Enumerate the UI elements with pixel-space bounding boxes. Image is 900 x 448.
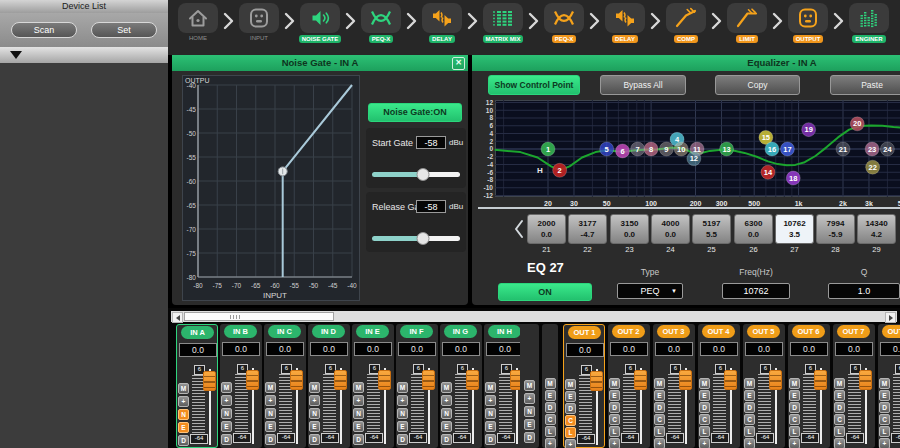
- eq-point-6[interactable]: 6: [616, 144, 630, 158]
- strip-button-e[interactable]: E: [221, 421, 232, 432]
- strip-button-plus[interactable]: +: [221, 395, 232, 406]
- eq-point-5[interactable]: 5: [600, 142, 614, 156]
- eq-band-button-24[interactable]: 40000.0: [651, 214, 690, 244]
- strip-button-n[interactable]: N: [265, 408, 276, 419]
- strip-button-e[interactable]: E: [309, 421, 320, 432]
- link-button-m[interactable]: M: [545, 378, 556, 389]
- fader-handle[interactable]: [466, 370, 479, 390]
- strip-button-d[interactable]: D: [485, 434, 496, 445]
- channel-gain-value[interactable]: 0.0: [700, 342, 738, 356]
- strip-button-m[interactable]: M: [397, 382, 408, 393]
- channel-gain-value[interactable]: 0.0: [442, 342, 480, 356]
- eq-point-14[interactable]: 14: [761, 165, 775, 179]
- scroll-left-arrow[interactable]: [172, 312, 183, 323]
- link-button-d[interactable]: D: [545, 402, 556, 413]
- link-button-e[interactable]: E: [524, 419, 535, 430]
- eq-band-button-23[interactable]: 31500.0: [610, 214, 649, 244]
- strip-button-e[interactable]: E: [441, 421, 452, 432]
- show-control-point-button[interactable]: Show Control Point: [488, 75, 580, 95]
- eq-band-button-22[interactable]: 3177-4.7: [568, 214, 607, 244]
- strip-button-l[interactable]: L: [879, 426, 890, 437]
- channel-strip-out-6[interactable]: OUT 60.0MEDCL+6-64: [788, 324, 830, 448]
- strip-button-c[interactable]: C: [879, 414, 890, 425]
- strip-button-e[interactable]: E: [565, 391, 576, 402]
- strip-button-plus[interactable]: +: [699, 438, 710, 448]
- channel-gain-value[interactable]: 0.0: [566, 343, 604, 357]
- link-button-e[interactable]: E: [545, 390, 556, 401]
- strip-button-e[interactable]: E: [265, 421, 276, 432]
- paste-button[interactable]: Paste: [830, 75, 900, 95]
- strip-button-d[interactable]: D: [221, 434, 232, 445]
- strip-button-m[interactable]: M: [353, 382, 364, 393]
- fader-handle[interactable]: [246, 370, 259, 390]
- strip-button-c[interactable]: C: [609, 414, 620, 425]
- scan-button[interactable]: Scan: [11, 22, 77, 38]
- eq-point-8[interactable]: 8: [644, 142, 658, 156]
- eq-point-10[interactable]: 10: [674, 142, 688, 156]
- fader-handle[interactable]: [859, 370, 872, 390]
- eq-point-13[interactable]: 13: [720, 142, 734, 156]
- eq-point-19[interactable]: 19: [802, 123, 816, 137]
- eq-point-2[interactable]: 2: [553, 163, 567, 177]
- channel-gain-value[interactable]: 0.0: [179, 343, 217, 357]
- link-button-d[interactable]: D: [524, 432, 535, 443]
- strip-button-n[interactable]: N: [441, 408, 452, 419]
- strip-button-e[interactable]: E: [834, 390, 845, 401]
- toolbar-item-home-0[interactable]: HOME: [176, 3, 220, 41]
- fader-handle[interactable]: [378, 370, 391, 390]
- device-list-expander[interactable]: [0, 47, 168, 63]
- channel-strip-out-3[interactable]: OUT 30.0MEDCL+6-64: [653, 324, 695, 448]
- eq-band-button-28[interactable]: 7994-5.9: [816, 214, 855, 244]
- strip-button-n[interactable]: N: [221, 408, 232, 419]
- strip-button-plus[interactable]: +: [879, 438, 890, 448]
- strip-button-e[interactable]: E: [485, 421, 496, 432]
- mixer-horizontal-scrollbar[interactable]: [171, 311, 897, 322]
- strip-button-l[interactable]: L: [789, 426, 800, 437]
- channel-strip-in-f[interactable]: IN F0.0M+NED6-64: [396, 324, 438, 448]
- strip-button-plus[interactable]: +: [789, 438, 800, 448]
- strip-button-l[interactable]: L: [609, 426, 620, 437]
- eq-point-18[interactable]: 18: [786, 171, 800, 185]
- fader-handle[interactable]: [814, 370, 827, 390]
- strip-button-e[interactable]: E: [879, 390, 890, 401]
- channel-gain-value[interactable]: 0.0: [398, 342, 436, 356]
- link-button-c[interactable]: C: [545, 414, 556, 425]
- strip-button-c[interactable]: C: [789, 414, 800, 425]
- link-button-plus[interactable]: +: [524, 393, 535, 404]
- strip-button-m[interactable]: M: [609, 378, 620, 389]
- toolbar-item-peq-x-6[interactable]: PEQ-X: [542, 3, 586, 43]
- start-gate-slider[interactable]: [372, 172, 460, 177]
- strip-button-m[interactable]: M: [221, 382, 232, 393]
- strip-button-c[interactable]: C: [565, 415, 576, 426]
- freq-field[interactable]: 10762: [722, 283, 790, 299]
- eq-point-7[interactable]: 7: [631, 142, 645, 156]
- fader-handle[interactable]: [422, 370, 435, 390]
- strip-button-m[interactable]: M: [834, 378, 845, 389]
- strip-button-plus[interactable]: +: [565, 439, 576, 448]
- fader-handle[interactable]: [769, 370, 782, 390]
- scroll-right-arrow[interactable]: [885, 312, 896, 323]
- strip-button-e[interactable]: E: [397, 421, 408, 432]
- strip-button-e[interactable]: E: [609, 390, 620, 401]
- strip-button-plus[interactable]: +: [353, 395, 364, 406]
- channel-gain-value[interactable]: 0.0: [745, 342, 783, 356]
- strip-button-l[interactable]: L: [565, 427, 576, 438]
- eq-band-button-26[interactable]: 63000.0: [734, 214, 773, 244]
- close-icon[interactable]: ✕: [452, 57, 465, 70]
- strip-button-d[interactable]: D: [441, 434, 452, 445]
- strip-button-plus[interactable]: +: [744, 438, 755, 448]
- link-button-plus[interactable]: +: [545, 438, 556, 448]
- eq-point-23[interactable]: 23: [865, 142, 879, 156]
- strip-button-plus[interactable]: +: [178, 396, 189, 407]
- fader-handle[interactable]: [334, 370, 347, 390]
- eq-band-button-29[interactable]: 143404.2: [857, 214, 896, 244]
- strip-button-d[interactable]: D: [309, 434, 320, 445]
- channel-strip-out-8[interactable]: OUT 80.0MEDCL+6-64: [878, 324, 900, 448]
- strip-button-m[interactable]: M: [654, 378, 665, 389]
- channel-gain-value[interactable]: 0.0: [880, 342, 900, 356]
- eq-point-22[interactable]: 22: [866, 160, 880, 174]
- strip-button-c[interactable]: C: [744, 414, 755, 425]
- q-field[interactable]: 1.0: [828, 283, 900, 299]
- channel-strip-in-a[interactable]: IN A0.0M+NED6-64: [176, 324, 218, 448]
- toolbar-item-noise-gate-2[interactable]: NOISE GATE: [298, 3, 342, 43]
